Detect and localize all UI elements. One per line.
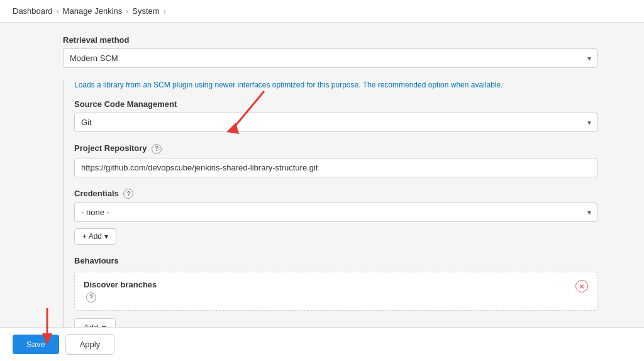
add-credentials-button[interactable]: + Add ▾: [74, 228, 116, 245]
add-credentials-label: + Add: [82, 232, 102, 241]
behaviours-section: Behaviours Discover branches ? × Add ▾: [74, 256, 597, 336]
retrieval-method-label: Retrieval method: [63, 35, 597, 45]
project-repo-input[interactable]: https://github.com/devopscube/jenkins-sh…: [74, 158, 597, 177]
credentials-help-icon[interactable]: ?: [123, 189, 133, 199]
project-repo-label: Project Repository ?: [74, 143, 597, 154]
retrieval-method-select[interactable]: Modern SCM Legacy SCM: [63, 48, 597, 68]
credentials-label: Credentials ?: [74, 189, 597, 199]
behaviour-item-discover-branches: Discover branches ? ×: [84, 280, 588, 303]
scm-label: Source Code Management: [74, 99, 597, 109]
main-content: Retrieval method Modern SCM Legacy SCM ▾…: [0, 23, 616, 361]
behaviour-help-icon[interactable]: ?: [86, 292, 96, 303]
behaviours-box: Discover branches ? ×: [74, 272, 597, 311]
breadcrumb-sep-2: ›: [126, 7, 128, 16]
credentials-select-wrapper: - none - ▾: [74, 203, 597, 222]
info-text: Loads a library from an SCM plugin using…: [74, 79, 597, 91]
add-credentials-chevron-icon: ▾: [104, 232, 108, 241]
scm-select-wrapper: Git Subversion ▾: [74, 113, 597, 132]
scm-block: Loads a library from an SCM plugin using…: [63, 79, 597, 336]
behaviour-remove-icon: ×: [579, 282, 584, 291]
breadcrumb-sep-3: ›: [164, 7, 166, 16]
credentials-select[interactable]: - none -: [74, 203, 597, 222]
behaviour-remove-button[interactable]: ×: [575, 280, 588, 292]
breadcrumb-dashboard[interactable]: Dashboard: [13, 6, 53, 16]
retrieval-method-select-wrapper: Modern SCM Legacy SCM ▾: [63, 48, 597, 68]
project-repo-group: Project Repository ? https://github.com/…: [74, 143, 597, 177]
behaviour-content: Discover branches ?: [84, 280, 157, 303]
breadcrumb-sep-1: ›: [57, 7, 59, 16]
save-button[interactable]: Save: [13, 335, 59, 354]
credentials-group: Credentials ? - none - ▾ + Add ▾: [74, 189, 597, 245]
breadcrumb-system[interactable]: System: [132, 6, 159, 16]
behaviours-label: Behaviours: [74, 256, 597, 265]
breadcrumb-manage-jenkins[interactable]: Manage Jenkins: [63, 6, 123, 16]
footer-bar: Save Apply: [0, 327, 644, 361]
apply-button[interactable]: Apply: [65, 334, 115, 355]
project-repo-help-icon[interactable]: ?: [152, 144, 162, 154]
behaviour-title: Discover branches: [84, 280, 157, 289]
credentials-row: - none - ▾: [74, 203, 597, 222]
retrieval-method-group: Retrieval method Modern SCM Legacy SCM ▾: [63, 35, 597, 68]
breadcrumb: Dashboard › Manage Jenkins › System ›: [0, 0, 644, 23]
scm-select[interactable]: Git Subversion: [74, 113, 597, 132]
scm-group: Source Code Management Git Subversion ▾: [74, 99, 597, 132]
